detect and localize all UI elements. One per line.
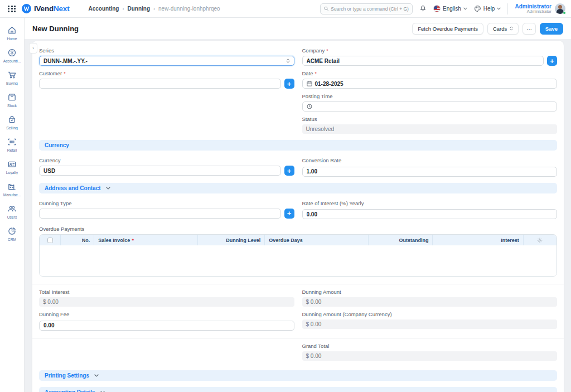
total-interest-value: $ 0.00: [39, 297, 294, 307]
user-menu[interactable]: Administrator Administrator: [515, 3, 565, 14]
section-printing-settings[interactable]: Printing Settings: [39, 370, 557, 381]
accounting-icon: [7, 48, 17, 57]
sidebar-item-accounting[interactable]: Accounti...: [0, 48, 25, 63]
home-icon: [7, 26, 17, 35]
sidebar-item-buying[interactable]: Buying: [0, 70, 25, 85]
overdue-payments-table: No. Sales Invoice Dunning Level Overdue …: [39, 234, 557, 277]
sidebar-item-selling[interactable]: Selling: [0, 115, 25, 130]
chevron-down-icon: [497, 7, 501, 10]
breadcrumb-separator: ›: [122, 6, 124, 12]
customer-input[interactable]: [39, 79, 281, 89]
add-company-button[interactable]: +: [547, 56, 557, 66]
column-sales-invoice: Sales Invoice: [94, 235, 197, 245]
nav-divider: [507, 3, 508, 14]
language-selector[interactable]: English: [433, 5, 467, 12]
series-label: Series: [39, 47, 294, 54]
column-no: No.: [60, 235, 94, 245]
global-search[interactable]: [320, 3, 413, 14]
company-input[interactable]: [302, 56, 544, 66]
chevron-down-icon: [463, 7, 467, 10]
top-navbar: iVendNext Accounting › Dunning › new-dun…: [0, 0, 571, 18]
grand-total-value: $ 0.00: [302, 351, 558, 361]
sidebar-item-stock[interactable]: Stock: [0, 93, 25, 108]
apps-grid-icon[interactable]: [8, 6, 16, 12]
logo-text: iVendNext: [34, 4, 69, 13]
section-currency[interactable]: Currency: [39, 140, 557, 151]
logo-mark-icon: [22, 4, 31, 13]
column-overdue-days: Overdue Days: [264, 235, 367, 245]
company-label: Company: [302, 47, 558, 54]
breadcrumb-dunning[interactable]: Dunning: [127, 6, 150, 12]
sidebar-item-users[interactable]: Users: [0, 204, 25, 219]
sidebar-item-loyalty[interactable]: Loyalty: [0, 159, 25, 175]
dunning-type-input[interactable]: [39, 209, 281, 219]
sidebar-item-manufacturing[interactable]: Manufac...: [0, 182, 25, 197]
save-button[interactable]: Save: [540, 23, 563, 35]
breadcrumb: Accounting › Dunning › new-dunning-ionhp…: [88, 6, 220, 12]
series-select[interactable]: DUNN-.MM.-.YY.-: [39, 56, 294, 66]
add-customer-button[interactable]: +: [284, 79, 294, 89]
more-actions-button[interactable]: ···: [522, 23, 536, 35]
help-label: Help: [483, 6, 495, 12]
conversion-rate-label: Conversion Rate: [302, 157, 558, 163]
status-label: Status: [302, 116, 558, 122]
help-palette-icon: [474, 5, 481, 12]
notifications-bell-icon[interactable]: [419, 5, 427, 12]
sidebar-item-home[interactable]: Home: [0, 26, 25, 41]
rate-of-interest-label: Rate of Interest (%) Yearly: [302, 200, 558, 206]
select-arrows-icon: [286, 59, 290, 64]
users-group-icon: [7, 204, 17, 214]
currency-input[interactable]: [39, 166, 281, 176]
grand-total-label: Grand Total: [302, 343, 558, 349]
calendar-icon: [307, 81, 312, 86]
user-avatar[interactable]: [555, 3, 565, 14]
dunning-fee-input[interactable]: [39, 321, 294, 331]
dunning-amount-cc-value: $ 0.00: [302, 320, 558, 329]
sort-arrows-icon: [510, 26, 513, 31]
cart-icon: [7, 70, 17, 80]
posting-time-label: Posting Time: [302, 93, 558, 99]
table-settings-gear-icon[interactable]: [537, 238, 543, 243]
sidebar-item-crm[interactable]: CRM: [0, 226, 25, 241]
online-status-dot: [563, 11, 566, 14]
page-title: New Dunning: [32, 25, 79, 33]
clock-icon: [307, 104, 312, 109]
conversion-rate-input[interactable]: [302, 167, 558, 177]
table-header-row: No. Sales Invoice Dunning Level Overdue …: [40, 235, 557, 245]
customer-label: Customer: [39, 70, 294, 76]
section-address-contact[interactable]: Address and Contact: [39, 183, 557, 193]
loyalty-card-icon: [7, 159, 17, 169]
overdue-payments-label: Overdue Payments: [39, 226, 557, 232]
dunning-fee-label: Dunning Fee: [39, 311, 294, 317]
chevron-down-icon: [106, 187, 110, 190]
barcode-icon: [7, 137, 17, 147]
us-flag-icon: [433, 5, 441, 12]
add-dunning-type-button[interactable]: +: [284, 209, 294, 219]
factory-icon: [7, 182, 17, 191]
table-empty-body[interactable]: [40, 245, 557, 276]
dunning-amount-cc-label: Dunning Amount (Company Currency): [302, 311, 558, 317]
app-logo[interactable]: iVendNext: [22, 4, 69, 13]
posting-time-input[interactable]: [302, 101, 558, 112]
rate-of-interest-input[interactable]: [302, 209, 558, 219]
sidebar-item-retail[interactable]: Retail: [0, 137, 25, 152]
column-dunning-level: Dunning Level: [197, 235, 265, 245]
help-menu[interactable]: Help: [474, 5, 501, 12]
form-card: › Series DUNN-.MM.-.YY.- Customer +: [32, 40, 564, 392]
breadcrumb-separator: ›: [153, 6, 155, 12]
date-input[interactable]: 01-28-2025: [302, 79, 558, 89]
breadcrumb-accounting[interactable]: Accounting: [88, 6, 119, 12]
select-all-checkbox[interactable]: [47, 238, 53, 243]
main-content: New Dunning Fetch Overdue Payments Cards…: [25, 18, 571, 392]
column-interest: Interest: [432, 235, 522, 245]
section-accounting-details[interactable]: Accounting Details: [39, 387, 557, 392]
status-value: Unresolved: [302, 124, 558, 134]
chevron-down-icon: [94, 374, 99, 377]
search-input[interactable]: [331, 6, 409, 12]
cards-view-button[interactable]: Cards: [487, 23, 519, 35]
fetch-overdue-payments-button[interactable]: Fetch Overdue Payments: [412, 23, 483, 35]
add-currency-button[interactable]: +: [284, 166, 294, 176]
total-interest-label: Total Interest: [39, 289, 294, 295]
sidebar-expand-toggle[interactable]: ›: [29, 43, 37, 54]
package-icon: [7, 93, 17, 102]
